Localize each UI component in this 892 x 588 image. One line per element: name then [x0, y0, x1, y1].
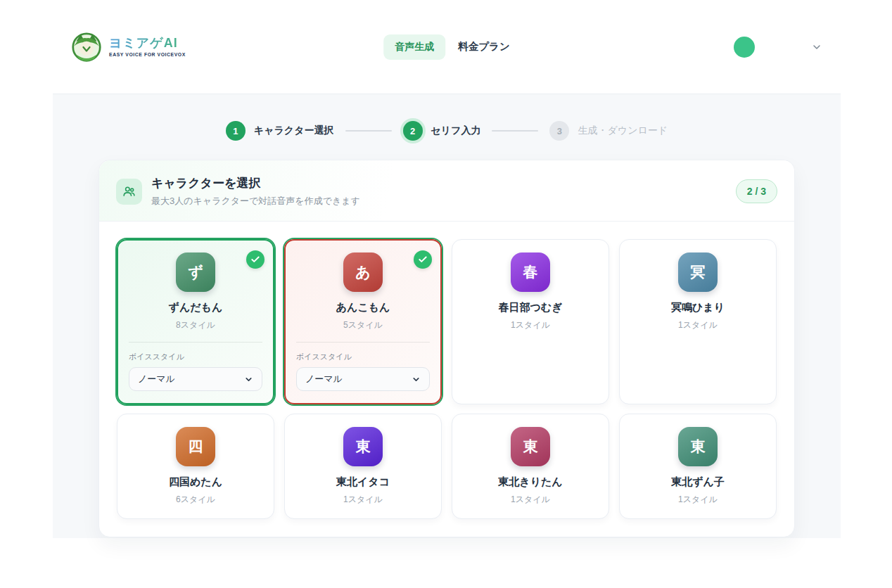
step-character-select[interactable]: 1 キャラクター選択 — [226, 121, 334, 141]
avatar-initial: 東 — [691, 437, 706, 456]
step-connector — [492, 130, 538, 132]
character-style-count: 5スタイル — [343, 319, 383, 331]
character-card-shikoku-metan[interactable]: 四 四国めたん 6スタイル — [117, 414, 274, 519]
header-nav: 音声生成 料金プラン — [383, 34, 510, 60]
step-3-circle: 3 — [549, 121, 569, 141]
mascot-logo-icon — [71, 32, 102, 63]
voice-style-section: ボイススタイル ノーマル — [129, 342, 262, 391]
character-card-zundamon[interactable]: ず ずんだもん 8スタイル ボイススタイル ノーマル — [117, 239, 274, 404]
avatar-initial: 東 — [523, 437, 538, 456]
character-name: ずんだもん — [169, 301, 223, 314]
avatar-initial: 冥 — [691, 262, 706, 282]
character-grid: ず ずんだもん 8スタイル ボイススタイル ノーマル — [99, 222, 794, 537]
character-card-meimei-himari[interactable]: 冥 冥鳴ひまり 1スタイル — [619, 239, 777, 404]
voice-style-label: ボイススタイル — [129, 352, 262, 362]
voice-style-select[interactable]: ノーマル — [129, 367, 262, 391]
panel-title: キャラクターを選択 — [151, 175, 360, 191]
character-avatar: 四 — [176, 427, 215, 466]
voice-style-label: ボイススタイル — [296, 352, 430, 362]
chevron-down-icon[interactable] — [811, 41, 822, 53]
panel-header: キャラクターを選択 最大3人のキャラクターで対話音声を作成できます 2 / 3 — [99, 160, 794, 222]
page: ヨミアゲAI EASY VOICE FOR VOICEVOX 音声生成 料金プラ… — [0, 0, 892, 588]
character-avatar: あ — [343, 253, 383, 292]
panel-heading: キャラクターを選択 最大3人のキャラクターで対話音声を作成できます — [151, 175, 360, 207]
voice-style-value: ノーマル — [138, 373, 175, 385]
header: ヨミアゲAI EASY VOICE FOR VOICEVOX 音声生成 料金プラ… — [53, 0, 841, 94]
character-name: 東北ずん子 — [671, 475, 725, 489]
character-style-count: 6スタイル — [176, 494, 215, 506]
people-group-icon — [116, 179, 142, 205]
voice-style-value: ノーマル — [305, 373, 343, 385]
character-style-count: 1スタイル — [511, 319, 550, 331]
step-generate-download: 3 生成・ダウンロード — [549, 121, 668, 141]
character-name: 東北きりたん — [498, 475, 562, 489]
avatar-initial: 四 — [189, 437, 203, 456]
logo-text: ヨミアゲAI EASY VOICE FOR VOICEVOX — [109, 37, 186, 57]
character-name: 春日部つむぎ — [498, 301, 562, 314]
avatar-initial: 東 — [356, 437, 371, 456]
logo-title: ヨミアゲAI — [109, 37, 186, 51]
character-card-tohoku-zunko[interactable]: 東 東北ずん子 1スタイル — [619, 414, 777, 519]
avatar-initial: ず — [188, 262, 203, 282]
logo[interactable]: ヨミアゲAI EASY VOICE FOR VOICEVOX — [71, 32, 186, 63]
character-select-panel: キャラクターを選択 最大3人のキャラクターで対話音声を作成できます 2 / 3 … — [98, 160, 795, 537]
character-card-tohoku-kiritan[interactable]: 東 東北きりたん 1スタイル — [452, 414, 609, 519]
main-area: 1 キャラクター選択 2 セリフ入力 3 生成・ダウンロード — [53, 94, 841, 538]
character-name: あんこもん — [336, 301, 390, 314]
voice-style-section: ボイススタイル ノーマル — [296, 342, 430, 391]
character-card-ankomon[interactable]: あ あんこもん 5スタイル ボイススタイル ノーマル — [284, 239, 442, 404]
voice-style-select[interactable]: ノーマル — [296, 367, 430, 391]
character-avatar: 東 — [511, 427, 550, 466]
character-avatar: 東 — [343, 427, 383, 466]
header-right — [734, 37, 822, 58]
character-style-count: 1スタイル — [678, 494, 718, 506]
character-avatar: 春 — [511, 253, 550, 292]
step-connector — [345, 130, 392, 132]
app-container: ヨミアゲAI EASY VOICE FOR VOICEVOX 音声生成 料金プラ… — [53, 0, 841, 538]
avatar-initial: あ — [355, 262, 371, 282]
logo-tagline: EASY VOICE FOR VOICEVOX — [109, 52, 186, 57]
nav-voice-generation[interactable]: 音声生成 — [383, 34, 445, 60]
character-name: 東北イタコ — [336, 475, 390, 489]
nav-pricing-plan[interactable]: 料金プラン — [458, 40, 510, 53]
avatar-initial: 春 — [523, 262, 538, 282]
selected-check-icon — [414, 250, 432, 269]
panel-subtitle: 最大3人のキャラクターで対話音声を作成できます — [151, 195, 360, 207]
stepper: 1 キャラクター選択 2 セリフ入力 3 生成・ダウンロード — [53, 121, 841, 141]
character-card-tohoku-itako[interactable]: 東 東北イタコ 1スタイル — [284, 414, 442, 519]
selection-counter-badge: 2 / 3 — [736, 179, 777, 203]
character-avatar: ず — [176, 253, 215, 292]
step-script-input[interactable]: 2 セリフ入力 — [403, 121, 481, 141]
character-style-count: 1スタイル — [678, 319, 718, 331]
step-1-label: キャラクター選択 — [254, 124, 334, 137]
user-avatar[interactable] — [734, 37, 755, 58]
character-name: 冥鳴ひまり — [671, 301, 725, 314]
character-avatar: 東 — [678, 427, 718, 466]
character-style-count: 1スタイル — [511, 494, 550, 506]
character-name: 四国めたん — [169, 475, 222, 489]
step-2-circle: 2 — [403, 121, 423, 141]
character-card-kasukabe-tsumugi[interactable]: 春 春日部つむぎ 1スタイル — [452, 239, 609, 404]
character-avatar: 冥 — [678, 253, 718, 292]
step-1-circle: 1 — [226, 121, 246, 141]
selected-check-icon — [246, 250, 265, 269]
chevron-down-icon — [412, 375, 421, 384]
chevron-down-icon — [244, 375, 253, 384]
character-style-count: 1スタイル — [343, 494, 383, 506]
step-2-label: セリフ入力 — [431, 124, 481, 137]
character-style-count: 8スタイル — [176, 319, 215, 331]
step-3-label: 生成・ダウンロード — [578, 124, 668, 137]
